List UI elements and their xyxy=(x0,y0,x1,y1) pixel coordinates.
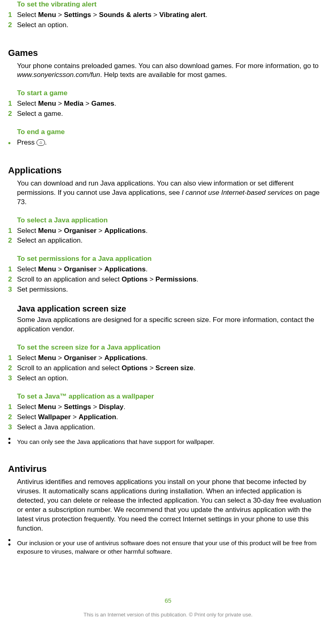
subtitle-java-screen-size: Java application screen size xyxy=(17,303,328,314)
step-number: 1 xyxy=(8,99,12,109)
step-number: 1 xyxy=(8,11,12,20)
step-text: Select an application. xyxy=(17,237,83,244)
step-text: Select Menu > Settings > Display. xyxy=(17,403,125,411)
step-number: 1 xyxy=(8,265,12,274)
heading-select-java: To select a Java application xyxy=(17,216,328,225)
page-content: To set the vibrating alert 1Select Menu … xyxy=(0,0,336,626)
heading-set-wallpaper: To set a Java™ application as a wallpape… xyxy=(17,392,328,401)
end-game-bullet: • Press ⌂. xyxy=(8,138,328,147)
step-item: 3Set permissions. xyxy=(8,285,328,294)
steps-set-screen-size: 1Select Menu > Organiser > Applications.… xyxy=(8,354,328,383)
steps-set-wallpaper: 1Select Menu > Settings > Display. 2Sele… xyxy=(8,403,328,432)
step-item: 1Select Menu > Organiser > Applications. xyxy=(8,354,328,363)
step-number: 1 xyxy=(8,226,12,236)
step-item: 3Select a Java application. xyxy=(8,423,328,432)
step-number: 3 xyxy=(8,423,12,432)
step-item: 2Select a game. xyxy=(8,109,328,119)
end-game-text: Press ⌂. xyxy=(17,139,47,146)
step-item: 2Select Wallpaper > Application. xyxy=(8,413,328,422)
step-text: Select an option. xyxy=(17,374,68,382)
step-text: Select a game. xyxy=(17,110,63,117)
step-text: Select Menu > Organiser > Applications. xyxy=(17,227,148,235)
step-text: Scroll to an application and select Opti… xyxy=(17,275,198,283)
note-text: You can only see the Java applications t… xyxy=(17,438,214,445)
bullet-icon: • xyxy=(8,138,11,148)
step-number: 2 xyxy=(8,275,12,284)
step-number: 2 xyxy=(8,109,12,119)
step-number: 2 xyxy=(8,413,12,422)
steps-select-java: 1Select Menu > Organiser > Applications.… xyxy=(8,226,328,246)
note-wallpaper: •• You can only see the Java application… xyxy=(8,438,328,446)
step-text: Select an option. xyxy=(17,21,68,29)
heading-vibrating-alert: To set the vibrating alert xyxy=(17,0,328,9)
heading-start-game: To start a game xyxy=(17,89,328,98)
step-text: Select Menu > Organiser > Applications. xyxy=(17,265,148,273)
page-number: 65 xyxy=(8,597,328,605)
steps-vibrating-alert: 1Select Menu > Settings > Sounds & alert… xyxy=(8,11,328,30)
step-number: 2 xyxy=(8,236,12,245)
step-number: 2 xyxy=(8,21,12,30)
footer-text: This is an Internet version of this publ… xyxy=(83,612,253,618)
step-item: 1Select Menu > Media > Games. xyxy=(8,99,328,109)
step-text: Select a Java application. xyxy=(17,423,95,431)
note-text: Our inclusion or your use of antivirus s… xyxy=(17,540,317,555)
step-item: 2Select an application. xyxy=(8,236,328,245)
steps-start-game: 1Select Menu > Media > Games. 2Select a … xyxy=(8,99,328,119)
section-title-antivirus: Antivirus xyxy=(8,463,328,475)
step-item: 2Select an option. xyxy=(8,21,328,30)
step-text: Select Wallpaper > Application. xyxy=(17,413,118,421)
heading-end-game: To end a game xyxy=(17,128,328,137)
heading-set-screen-size: To set the screen size for a Java applic… xyxy=(17,343,328,352)
page-footer: 65 This is an Internet version of this p… xyxy=(8,597,328,618)
step-text: Set permissions. xyxy=(17,286,68,293)
step-item: 1Select Menu > Settings > Sounds & alert… xyxy=(8,11,328,20)
section-title-games: Games xyxy=(8,47,328,59)
step-number: 2 xyxy=(8,364,12,373)
step-item: 1Select Menu > Organiser > Applications. xyxy=(8,226,328,236)
step-item: 2Scroll to an application and select Opt… xyxy=(8,275,328,284)
step-number: 1 xyxy=(8,403,12,412)
exclamation-icon: •• xyxy=(8,437,11,446)
step-text: Select Menu > Settings > Sounds & alerts… xyxy=(17,11,208,19)
step-item: 3Select an option. xyxy=(8,374,328,383)
step-item: 2Scroll to an application and select Opt… xyxy=(8,364,328,373)
step-number: 3 xyxy=(8,374,12,383)
step-number: 3 xyxy=(8,285,12,294)
java-screen-size-body: Some Java applications are designed for … xyxy=(17,316,328,334)
apps-intro: You can download and run Java applicatio… xyxy=(17,179,328,207)
steps-set-permissions: 1Select Menu > Organiser > Applications.… xyxy=(8,265,328,294)
step-item: 1Select Menu > Settings > Display. xyxy=(8,403,328,412)
step-text: Select Menu > Organiser > Applications. xyxy=(17,354,148,362)
step-number: 1 xyxy=(8,354,12,363)
step-item: 1Select Menu > Organiser > Applications. xyxy=(8,265,328,274)
antivirus-body: Antivirus identifies and removes applica… xyxy=(17,478,328,533)
note-antivirus: •• Our inclusion or your use of antiviru… xyxy=(8,539,328,556)
heading-set-permissions: To set permissions for a Java applicatio… xyxy=(17,254,328,264)
step-text: Select Menu > Media > Games. xyxy=(17,100,116,107)
games-intro: Your phone contains preloaded games. You… xyxy=(17,62,328,80)
step-text: Scroll to an application and select Opti… xyxy=(17,364,195,372)
exclamation-icon: •• xyxy=(8,538,11,547)
section-title-applications: Applications xyxy=(8,164,328,177)
